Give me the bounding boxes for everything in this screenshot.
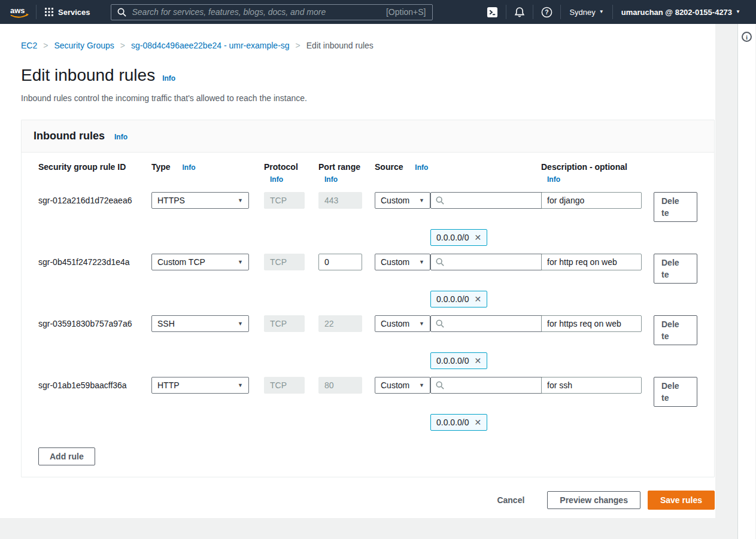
rule-id-text: sgr-01ab1e59baacff36a [38, 377, 151, 390]
column-header-port-range: Port range [318, 162, 360, 172]
type-info-link[interactable]: Info [183, 163, 196, 172]
cancel-button[interactable]: Cancel [493, 495, 528, 505]
delete-rule-button[interactable]: Delete [654, 377, 697, 407]
grid-icon [45, 8, 53, 16]
type-select-value: Custom TCP [157, 257, 205, 267]
panel-body: Security group rule ID Type Info Protoco… [22, 153, 714, 477]
delete-rule-button[interactable]: Delete [654, 315, 697, 345]
app-body: EC2 > Security Groups > sg-08d4c496aee22… [0, 24, 756, 539]
search-icon [436, 319, 444, 328]
source-cidr-chip: 0.0.0.0/0 ✕ [430, 291, 487, 307]
table-column-headers: Security group rule ID Type Info Protoco… [38, 159, 714, 184]
notifications-button[interactable] [506, 7, 533, 18]
rule-id-text: sgr-03591830b757a97a6 [38, 315, 151, 328]
protocol-info-link[interactable]: Info [270, 175, 305, 184]
remove-cidr-icon[interactable]: ✕ [475, 418, 482, 427]
chevron-down-icon: ▼ [599, 10, 604, 14]
chevron-right-icon: > [296, 41, 300, 50]
port-range-input[interactable] [318, 254, 362, 270]
search-icon [436, 381, 444, 389]
chevron-down-icon: ▼ [419, 383, 424, 388]
content-sheet: EC2 > Security Groups > sg-08d4c496aee22… [0, 24, 715, 518]
panel-info-link[interactable]: Info [114, 133, 127, 141]
source-mode-value: Custom [381, 196, 409, 205]
source-cidr-chip: 0.0.0.0/0 ✕ [430, 414, 487, 431]
help-button[interactable]: ? [533, 7, 560, 18]
type-select[interactable]: SSH ▼ [151, 315, 249, 332]
source-cidr-chip: 0.0.0.0/0 ✕ [430, 352, 487, 369]
breadcrumb-ec2[interactable]: EC2 [21, 41, 37, 50]
breadcrumb-security-group-id[interactable]: sg-08d4c496aee22be24 - umr-example-sg [131, 41, 290, 50]
chevron-down-icon: ▼ [419, 198, 424, 203]
global-search-box[interactable]: [Option+S] [111, 4, 433, 20]
breadcrumb-security-groups[interactable]: Security Groups [54, 41, 114, 50]
remove-cidr-icon[interactable]: ✕ [475, 233, 482, 242]
chevron-down-icon: ▼ [419, 260, 424, 265]
column-header-protocol: Protocol [264, 162, 298, 172]
panel-title: Inbound rules [34, 130, 105, 142]
description-input[interactable] [541, 377, 642, 394]
chevron-down-icon: ▼ [238, 198, 243, 203]
help-panel-rail: i [737, 24, 755, 539]
type-select[interactable]: HTTPS ▼ [151, 192, 249, 209]
delete-rule-button[interactable]: Delete [654, 192, 697, 222]
terminal-icon [487, 7, 498, 18]
source-mode-select[interactable]: Custom ▼ [375, 377, 430, 394]
column-header-type: Type [151, 162, 171, 172]
delete-rule-button[interactable]: Delete [654, 254, 697, 284]
protocol-field [264, 254, 305, 270]
description-input[interactable] [541, 315, 642, 332]
page-header: Edit inbound rules Info [21, 66, 715, 85]
rule-id-text: sgr-012a216d1d72eaea6 [38, 192, 151, 205]
search-icon [436, 196, 444, 205]
source-mode-select[interactable]: Custom ▼ [375, 192, 430, 209]
port-range-info-link[interactable]: Info [324, 175, 362, 184]
search-icon [117, 8, 126, 17]
chevron-down-icon: ▼ [238, 260, 243, 265]
source-cidr-chip: 0.0.0.0/0 ✕ [430, 229, 487, 246]
remove-cidr-icon[interactable]: ✕ [475, 357, 482, 365]
inbound-rules-panel: Inbound rules Info Security group rule I… [21, 120, 715, 477]
global-search-input[interactable] [131, 7, 381, 17]
type-select-value: HTTP [157, 380, 180, 390]
source-mode-select[interactable]: Custom ▼ [375, 315, 430, 332]
page-title-info-link[interactable]: Info [162, 74, 175, 83]
region-label: Sydney [569, 8, 595, 17]
main-content: EC2 > Security Groups > sg-08d4c496aee22… [0, 24, 715, 539]
search-icon [436, 258, 444, 266]
chevron-down-icon: ▼ [238, 383, 243, 388]
description-input[interactable] [541, 254, 642, 270]
panel-header: Inbound rules Info [22, 120, 714, 153]
content-gutter [715, 24, 737, 539]
aws-logo-icon: aws [8, 5, 30, 19]
source-mode-value: Custom [381, 257, 409, 267]
rule-row: sgr-01ab1e59baacff36a HTTP ▼ [38, 377, 714, 431]
type-select[interactable]: HTTP ▼ [151, 377, 249, 394]
preview-changes-button[interactable]: Preview changes [547, 491, 640, 509]
breadcrumb: EC2 > Security Groups > sg-08d4c496aee22… [21, 36, 715, 50]
add-rule-button[interactable]: Add rule [38, 447, 95, 465]
port-range-field [318, 192, 362, 209]
rule-id-text: sgr-0b451f247223d1e4a [38, 254, 151, 267]
rule-row: sgr-012a216d1d72eaea6 HTTPS ▼ [38, 192, 714, 246]
question-icon: ? [541, 7, 552, 18]
nav-right-group: ? Sydney ▼ umaruchan @ 8202-0155-4273 ▼ [479, 5, 749, 19]
source-mode-select[interactable]: Custom ▼ [375, 254, 430, 270]
aws-logo[interactable]: aws [6, 5, 36, 19]
description-info-link[interactable]: Info [547, 175, 654, 184]
protocol-field [264, 192, 305, 209]
region-selector[interactable]: Sydney ▼ [561, 8, 612, 17]
port-range-field [318, 315, 362, 332]
info-icon[interactable]: i [742, 32, 752, 42]
save-rules-button[interactable]: Save rules [648, 491, 715, 510]
description-input[interactable] [541, 192, 642, 209]
search-shortcut-hint: [Option+S] [386, 7, 426, 17]
account-menu[interactable]: umaruchan @ 8202-0155-4273 ▼ [613, 8, 749, 17]
remove-cidr-icon[interactable]: ✕ [475, 295, 482, 303]
column-header-source: Source [375, 162, 403, 172]
type-select[interactable]: Custom TCP ▼ [151, 254, 249, 270]
cloudshell-button[interactable] [479, 7, 506, 18]
chevron-right-icon: > [120, 41, 125, 50]
source-info-link[interactable]: Info [415, 163, 428, 172]
services-menu-button[interactable]: Services [37, 8, 100, 17]
